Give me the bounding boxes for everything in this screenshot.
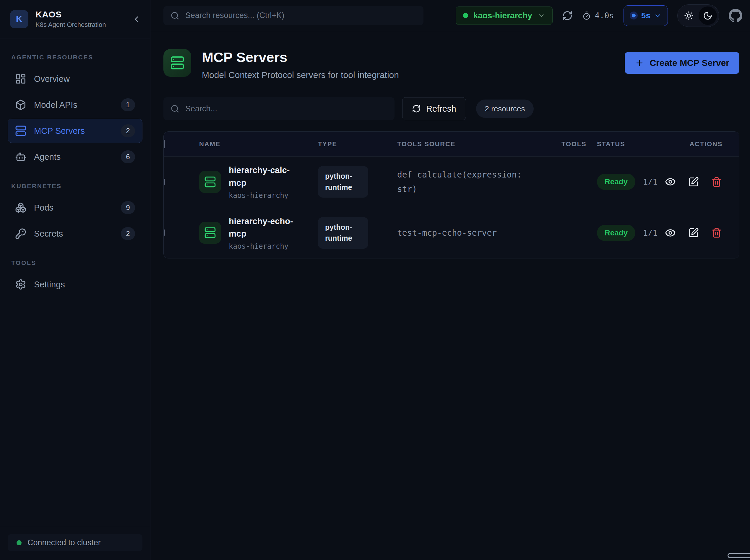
interval-dot-icon [630,12,638,20]
type-badge: python-runtime [318,166,368,198]
sidebar-item-label: Secrets [34,229,63,239]
server-icon [170,56,184,70]
sun-icon [684,11,694,20]
page-content: MCP Servers Model Context Protocol serve… [151,31,750,258]
sidebar-item-overview[interactable]: Overview [8,67,142,91]
server-namespace: kaos-hierarchy [229,192,298,200]
ready-replicas: 1/1 [643,177,657,186]
sidebar-item-label: Model APIs [34,100,77,110]
create-button-label: Create MCP Server [650,58,729,68]
box-icon [15,99,26,111]
refresh-now-button[interactable] [562,10,573,21]
topbar: kaos-hierarchy 4.0s 5s [151,0,750,31]
connected-dot-icon [17,540,22,545]
namespace-selector[interactable]: kaos-hierarchy [456,6,553,25]
sidebar: K KAOS K8s Agent Orchestration AGENTIC R… [0,0,151,560]
namespace-label: kaos-hierarchy [473,11,532,20]
view-button[interactable] [665,227,676,238]
column-header-actions: ACTIONS [665,140,739,148]
global-search-input[interactable] [185,11,416,20]
sidebar-item-model-apis[interactable]: Model APIs 1 [8,93,142,117]
horizontal-scrollbar-thumb[interactable] [728,553,750,558]
count-badge: 1 [121,98,135,111]
sidebar-item-label: Overview [34,74,70,84]
delete-button[interactable] [711,177,722,187]
table-header-row: NAME TYPE TOOLS SOURCE TOOLS STATUS ACTI… [164,132,739,157]
refresh-list-button[interactable]: Refresh [402,97,466,120]
create-mcp-server-button[interactable]: Create MCP Server [625,52,739,74]
trash-icon [711,177,722,187]
count-badge: 2 [121,227,135,240]
resource-search [163,97,395,120]
boxes-icon [15,202,26,213]
sidebar-item-label: MCP Servers [34,126,85,136]
theme-toggle [677,4,719,27]
sidebar-item-secrets[interactable]: Secrets 2 [8,221,142,246]
search-icon [171,104,179,113]
row-checkbox[interactable] [164,179,165,185]
server-icon-tile [199,171,221,193]
edit-icon [688,177,699,187]
key-icon [15,228,26,239]
tools-source-value: def calculate(expression: str) [397,167,539,196]
edit-icon [688,227,699,238]
sidebar-item-agents[interactable]: Agents 6 [8,145,142,169]
dark-mode-button[interactable] [698,6,717,25]
server-icon [204,227,216,239]
connection-status-text: Connected to cluster [27,538,101,547]
sidebar-collapse-button[interactable] [132,15,141,24]
page-header: MCP Servers Model Context Protocol serve… [163,49,739,80]
refresh-button-label: Refresh [426,104,456,114]
list-toolbar: Refresh 2 resources [163,97,739,120]
delete-button[interactable] [711,227,722,238]
view-button[interactable] [665,176,676,187]
light-mode-button[interactable] [680,6,698,25]
sidebar-nav: AGENTIC RESOURCES Overview Model APIs 1 … [0,38,150,526]
gear-icon [15,279,26,290]
status-badge: Ready [597,174,635,190]
github-icon [729,9,742,22]
sidebar-item-settings[interactable]: Settings [8,272,142,297]
chevron-left-icon [132,15,141,24]
table-row: hierarchy-calc-mcp kaos-hierarchy python… [164,157,739,207]
auto-refresh-interval-select[interactable]: 5s [624,5,668,26]
column-header-tools: TOOLS [561,140,597,148]
server-namespace: kaos-hierarchy [229,242,298,251]
refresh-icon [412,104,421,113]
count-badge: 9 [121,201,135,214]
row-checkbox[interactable] [164,229,165,236]
edit-button[interactable] [688,177,699,187]
edit-button[interactable] [688,227,699,238]
refresh-countdown: 4.0s [582,11,614,20]
resource-count-badge: 2 resources [476,100,534,118]
type-badge: python-runtime [318,217,368,249]
github-link[interactable] [729,9,742,22]
server-icon [15,125,26,137]
resource-search-input[interactable] [185,104,388,114]
sidebar-item-mcp-servers[interactable]: MCP Servers 2 [8,119,142,143]
chevron-down-icon [654,12,662,20]
select-all-checkbox[interactable] [164,140,165,148]
sidebar-item-pods[interactable]: Pods 9 [8,196,142,220]
page-title: MCP Servers [202,49,399,65]
table-row: hierarchy-echo-mcp kaos-hierarchy python… [164,207,739,258]
interval-value: 5s [641,11,650,20]
eye-icon [665,176,676,187]
sidebar-item-label: Pods [34,203,54,213]
column-header-status: STATUS [597,140,665,148]
page-icon-tile [163,49,191,77]
status-badge: Ready [597,225,635,241]
count-badge: 2 [121,124,135,137]
cluster-connection-status: Connected to cluster [8,534,142,551]
sidebar-item-label: Settings [34,280,65,289]
nav-section-tools: TOOLS [11,259,142,266]
brand-avatar: K [10,10,28,28]
column-header-type: TYPE [318,140,397,148]
bot-icon [15,151,26,162]
chevron-down-icon [537,12,545,20]
timer-icon [582,11,591,20]
trash-icon [711,227,722,238]
page-subtitle: Model Context Protocol servers for tool … [202,70,399,80]
mcp-servers-table: NAME TYPE TOOLS SOURCE TOOLS STATUS ACTI… [163,132,739,258]
server-icon [204,176,216,188]
